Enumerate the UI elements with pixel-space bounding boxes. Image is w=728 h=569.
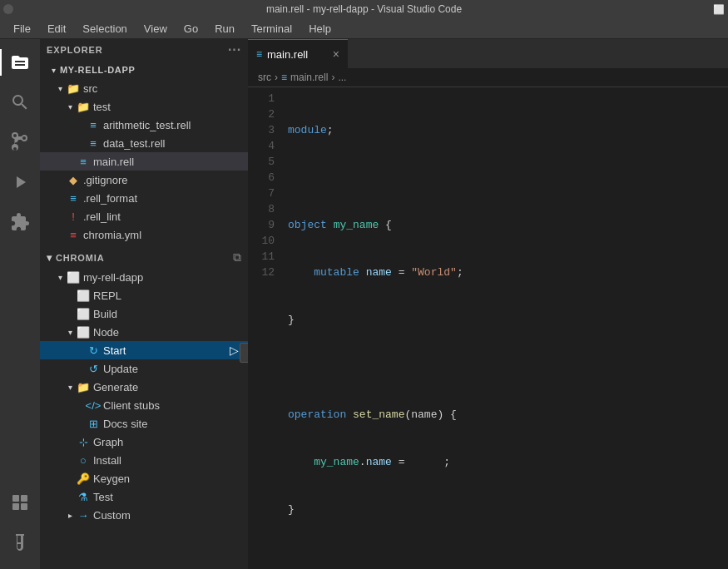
- chromia-start[interactable]: ▸ ↻ Start ▷: [40, 341, 248, 359]
- menu-selection[interactable]: Selection: [76, 21, 133, 37]
- chromia-project-root[interactable]: ▾ ⬜ my-rell-dapp: [40, 268, 248, 286]
- chromia-keygen[interactable]: ▸ 🔑 Keygen: [40, 469, 248, 487]
- tab-file-icon: ≡: [256, 48, 262, 60]
- start-label: Start: [103, 344, 126, 357]
- rell-format-label: .rell_format: [83, 192, 137, 205]
- project-root[interactable]: ▾ MY-RELL-DAPP: [40, 61, 248, 79]
- breadcrumb-sep2: ›: [331, 72, 334, 83]
- menu-view[interactable]: View: [137, 21, 174, 37]
- update-icon: ↺: [87, 362, 100, 375]
- chromia-repl[interactable]: ▸ ⬜ REPL: [40, 286, 248, 304]
- code-editor: 1 2 3 4 5 6 7 8 9 10 11 12 module; objec…: [248, 87, 728, 569]
- menu-bar: File Edit Selection View Go Run Terminal…: [0, 18, 728, 39]
- rell-icon: ≡: [87, 118, 100, 131]
- generate-arrow: ▾: [63, 383, 77, 392]
- close-btn[interactable]: [3, 4, 13, 14]
- ln-12: 12: [255, 265, 275, 280]
- main-rell-tab[interactable]: ≡ main.rell ×: [248, 39, 348, 68]
- build-icon: ⬜: [77, 307, 90, 320]
- start-run-button[interactable]: ▷: [226, 343, 241, 358]
- arithmetic-test-file[interactable]: ▸ ≡ arithmetic_test.rell: [40, 116, 248, 134]
- files-icon: [10, 52, 30, 72]
- menu-go[interactable]: Go: [177, 21, 205, 37]
- chromia-update[interactable]: ▸ ↺ Update: [40, 359, 248, 378]
- test-label: test: [93, 101, 111, 113]
- chromia-package-icon: ⬜: [67, 270, 80, 284]
- test-arrow: ▾: [63, 102, 77, 111]
- flask-icon: [10, 532, 30, 552]
- ln-3: 3: [255, 122, 275, 138]
- menu-terminal[interactable]: Terminal: [245, 21, 299, 37]
- menu-help[interactable]: Help: [302, 21, 338, 37]
- main-rell-label: main.rell: [93, 156, 134, 168]
- rell-lint-file[interactable]: ▸ ! .rell_lint: [40, 207, 248, 225]
- test-folder[interactable]: ▾ 📁 test: [40, 97, 248, 116]
- data-test-label: data_test.rell: [103, 137, 165, 150]
- menu-file[interactable]: File: [7, 21, 37, 37]
- breadcrumb-dots[interactable]: ...: [338, 72, 346, 83]
- chromia-build[interactable]: ▸ ⬜ Build: [40, 304, 248, 323]
- chromia-test[interactable]: ▸ ⚗ Test: [40, 487, 248, 506]
- explorer-menu-button[interactable]: ···: [228, 42, 241, 57]
- src-label: src: [83, 82, 97, 95]
- maximize-icon[interactable]: ⬜: [713, 4, 725, 14]
- activity-explorer[interactable]: [0, 42, 40, 82]
- explorer-header: EXPLORER ···: [40, 39, 248, 61]
- yml-icon: ≡: [67, 228, 80, 241]
- main-content: EXPLORER ··· ▾ MY-RELL-DAPP ▾ 📁 src ▾ 📁 …: [0, 39, 728, 569]
- gitignore-file[interactable]: ▸ ◆ .gitignore: [40, 171, 248, 189]
- activity-extensions[interactable]: [0, 202, 40, 242]
- activity-source-control[interactable]: [0, 122, 40, 162]
- breadcrumb-src[interactable]: src: [258, 72, 271, 83]
- ln-10: 10: [255, 233, 275, 249]
- docs-site-label: Docs site: [103, 418, 147, 430]
- activity-search[interactable]: [0, 82, 40, 122]
- chromia-node[interactable]: ▾ ⬜ Node: [40, 323, 248, 341]
- code-line-5: }: [288, 312, 728, 328]
- code-line-4: mutable name = "World";: [288, 265, 728, 280]
- project-tree: ▾ MY-RELL-DAPP ▾ 📁 src ▾ 📁 test ▸ ≡ arit…: [40, 61, 248, 244]
- chromia-yml-file[interactable]: ▸ ≡ chromia.yml: [40, 225, 248, 244]
- activity-remote[interactable]: [0, 482, 40, 522]
- chromia-docs-site[interactable]: ▸ ⊞ Docs site: [40, 414, 248, 433]
- data-test-file[interactable]: ▸ ≡ data_test.rell: [40, 134, 248, 152]
- editor-area: ≡ main.rell × src › ≡ main.rell › ... 1 …: [248, 39, 728, 569]
- ln-11: 11: [255, 249, 275, 265]
- menu-run[interactable]: Run: [208, 21, 241, 37]
- generate-label: Generate: [93, 381, 138, 393]
- menu-edit[interactable]: Edit: [41, 21, 72, 37]
- tab-close-button[interactable]: ×: [333, 47, 339, 61]
- code-line-10: [288, 549, 728, 565]
- chromia-project-label: my-rell-dapp: [83, 271, 143, 284]
- chromia-custom[interactable]: ▸ → Custom: [40, 506, 248, 524]
- src-arrow: ▾: [53, 84, 67, 93]
- chromia-header-left[interactable]: ▾ CHROMIA: [47, 252, 105, 264]
- remote-icon: [10, 492, 30, 512]
- chromia-title: CHROMIA: [56, 253, 105, 263]
- ln-2: 2: [255, 106, 275, 122]
- explorer-title: EXPLORER: [47, 45, 103, 55]
- main-rell-file[interactable]: ▸ ≡ main.rell: [40, 152, 248, 171]
- chromia-client-stubs[interactable]: ▸ </> Client stubs: [40, 396, 248, 414]
- graph-icon: ⊹: [77, 435, 90, 448]
- node-icon: ⬜: [77, 325, 90, 339]
- chromia-section: ▾ CHROMIA ⧉ ▾ ⬜ my-rell-dapp ▸ ⬜ REPL ▸ …: [40, 247, 248, 524]
- chromia-yml-label: chromia.yml: [83, 229, 141, 241]
- chromia-install[interactable]: ▸ ○ Install: [40, 451, 248, 469]
- code-content[interactable]: module; object my_name { mutable name = …: [281, 87, 728, 569]
- chromia-generate[interactable]: ▾ 📁 Generate: [40, 378, 248, 396]
- activity-testing[interactable]: [0, 522, 40, 562]
- chromia-graph[interactable]: ▸ ⊹ Graph: [40, 433, 248, 451]
- breadcrumb-file[interactable]: main.rell: [290, 72, 328, 83]
- install-label: Install: [93, 454, 121, 467]
- graph-label: Graph: [93, 436, 123, 448]
- src-folder[interactable]: ▾ 📁 src: [40, 79, 248, 97]
- breadcrumb-icon: ≡: [281, 72, 287, 83]
- chromia-header[interactable]: ▾ CHROMIA ⧉: [40, 247, 248, 268]
- rell-format-file[interactable]: ▸ ≡ .rell_format: [40, 189, 248, 207]
- project-name: MY-RELL-DAPP: [60, 65, 135, 75]
- install-icon: ○: [77, 453, 90, 467]
- tab-bar: ≡ main.rell ×: [248, 39, 728, 68]
- activity-run[interactable]: [0, 162, 40, 202]
- chromia-copy-icon[interactable]: ⧉: [233, 250, 241, 265]
